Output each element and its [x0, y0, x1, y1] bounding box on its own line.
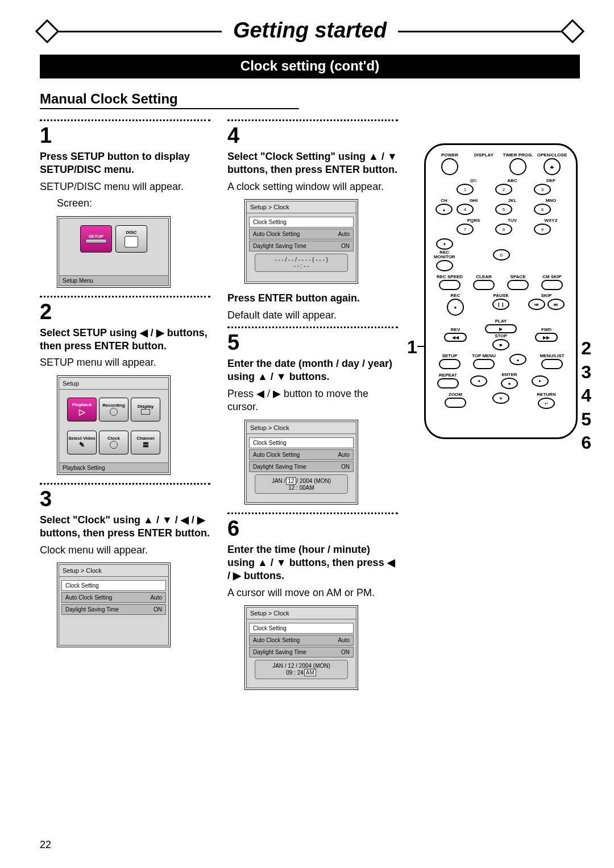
menu-list-button[interactable] — [541, 359, 563, 369]
step-4-number: 4 — [227, 123, 398, 148]
page-title: Getting started — [222, 18, 398, 42]
top-menu-button[interactable] — [473, 359, 495, 369]
pause-button[interactable]: ❙❙ — [492, 299, 509, 310]
repeat-button[interactable] — [437, 378, 459, 388]
step-5-result: Press ◀ / ▶ button to move the cursor. — [227, 387, 398, 414]
return-button[interactable]: ↵ — [538, 398, 555, 409]
cm-skip-button[interactable] — [541, 280, 563, 290]
power-button[interactable] — [441, 158, 458, 175]
num-2-button[interactable]: 2 — [495, 184, 512, 195]
step-2-result: SETUP menu will appear. — [40, 356, 210, 369]
num-1-button[interactable]: 1 — [457, 184, 474, 195]
page-number: 22 — [40, 839, 51, 851]
stop-button[interactable]: ■ — [492, 339, 509, 350]
step-6-instruction: Enter the time (hour / minute) using ▲ /… — [227, 543, 398, 583]
tile-disc: DISC — [115, 225, 147, 253]
ch-up-button[interactable]: ▴ — [435, 204, 453, 215]
space-button[interactable] — [507, 280, 529, 290]
nav-right-button[interactable]: ▸ — [532, 375, 549, 387]
ch-down-button[interactable]: ▾ — [436, 238, 453, 250]
rec-monitor-button[interactable] — [436, 260, 453, 271]
num-0-button[interactable]: 0 — [493, 249, 510, 261]
num-4-button[interactable]: 4 — [457, 204, 474, 215]
nav-left-button[interactable]: ◂ — [470, 375, 487, 387]
callout-left: 1 — [407, 337, 417, 358]
step-4-result-2: Default date will appear. — [227, 309, 398, 322]
page-banner: Getting started Clock setting (cont'd) — [40, 23, 580, 78]
clear-button[interactable] — [473, 280, 495, 290]
step-4-instruction-2: Press ENTER button again. — [227, 292, 398, 305]
step-2-instruction: Select SETUP using ◀ / ▶ buttons, then p… — [40, 326, 210, 353]
step-5-number: 5 — [227, 330, 398, 355]
sshot-footer: Setup Menu — [59, 275, 168, 286]
num-5-button[interactable]: 5 — [495, 204, 512, 215]
step-4-result: A clock setting window will appear. — [227, 180, 398, 193]
section-heading: Manual Clock Setting — [40, 91, 299, 109]
skip-fwd-button[interactable]: ⏭ — [547, 299, 565, 310]
num-3-button[interactable]: 3 — [534, 184, 551, 195]
skip-back-button[interactable]: ⏮ — [528, 299, 545, 310]
num-7-button[interactable]: 7 — [457, 224, 474, 235]
step-1-result: SETUP/DISC menu will appear. — [40, 180, 210, 193]
remote-control-illustration: POWER DISPLAY TIMER PROG. OPEN/CLOSE⏏ CH… — [424, 143, 578, 439]
screen-label: Screen: — [40, 197, 210, 210]
step-5-instruction: Enter the date (month / day / year) usin… — [227, 357, 398, 384]
fwd-button[interactable]: ▶▶ — [535, 333, 558, 342]
step-3-instruction: Select "Clock" using ▲ / ▼ / ◀ / ▶ butto… — [40, 514, 210, 540]
step-3-number: 3 — [40, 487, 210, 511]
section-subtitle: Clock setting (cont'd) — [40, 55, 580, 78]
rec-speed-button[interactable] — [439, 280, 460, 290]
play-button[interactable]: ▶ — [485, 324, 517, 333]
screenshot-clock-time: Setup > Clock Clock Setting Auto Clock S… — [244, 605, 358, 690]
num-9-button[interactable]: 9 — [534, 224, 551, 235]
step-1-number: 1 — [40, 123, 210, 148]
setup-button[interactable] — [439, 359, 460, 369]
enter-button[interactable]: ● — [501, 378, 518, 389]
timer-button[interactable] — [509, 158, 526, 175]
step-6-number: 6 — [227, 516, 398, 541]
nav-down-button[interactable]: ▾ — [492, 392, 509, 404]
screenshot-setup-menu: Setup Playback▷ Recording Display Select… — [57, 375, 171, 475]
screenshot-clock-setting-blank: Setup > Clock Clock Setting Auto Clock S… — [244, 199, 358, 284]
num-6-button[interactable]: 6 — [534, 204, 551, 215]
open-close-button[interactable]: ⏏ — [544, 158, 561, 175]
step-2-number: 2 — [40, 300, 210, 324]
screenshot-clock-menu-1: Setup > Clock Clock Setting Auto Clock S… — [57, 563, 171, 647]
screenshot-clock-date: Setup > Clock Clock Setting Auto Clock S… — [244, 420, 358, 505]
rec-button[interactable]: ● — [447, 299, 464, 316]
rev-button[interactable]: ◀◀ — [444, 333, 467, 342]
callouts-right: 2 3 4 5 6 — [581, 337, 591, 455]
step-1-instruction: Press SETUP button to display SETUP/DISC… — [40, 150, 210, 177]
nav-up-button[interactable]: ▴ — [509, 354, 526, 365]
step-3-result: Clock menu will appear. — [40, 544, 210, 557]
screenshot-setup-disc: SETUP DISC Setup Menu — [57, 216, 171, 288]
zoom-button[interactable] — [445, 398, 466, 408]
step-4-instruction: Select "Clock Setting" using ▲ / ▼ butto… — [227, 150, 398, 177]
step-6-result: A cursor will move on AM or PM. — [227, 586, 398, 600]
tile-setup: SETUP — [80, 225, 112, 253]
num-8-button[interactable]: 8 — [495, 224, 512, 235]
